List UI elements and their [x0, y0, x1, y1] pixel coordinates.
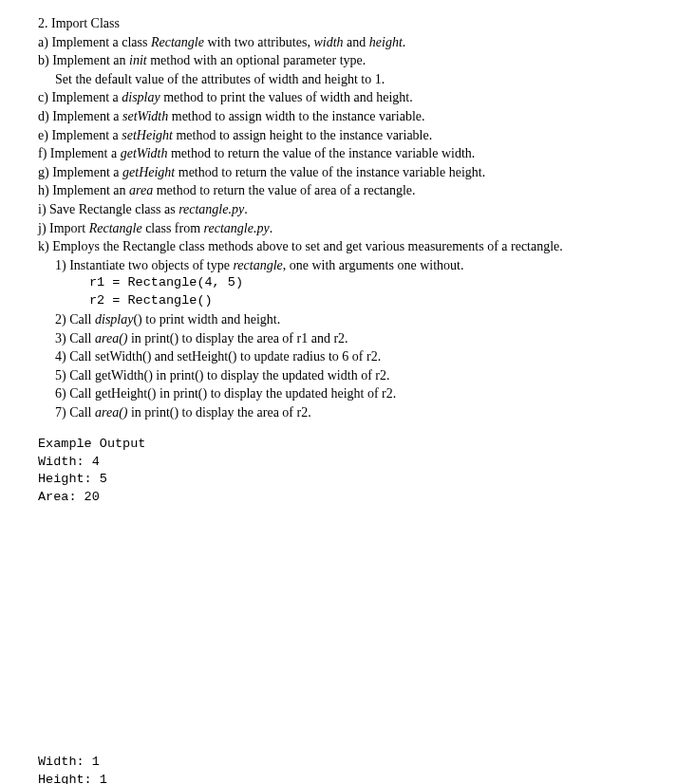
- text: method to assign height to the instance …: [173, 128, 432, 142]
- em: area(): [95, 331, 127, 345]
- em: display: [122, 90, 160, 104]
- item-a: a) Implement a class Rectangle with two …: [38, 33, 657, 52]
- item-c: c) Implement a display method to print t…: [38, 88, 657, 107]
- text: g) Implement a: [38, 165, 122, 179]
- text: , one with arguments one without.: [283, 258, 464, 272]
- text: c) Implement a: [38, 90, 122, 104]
- item-k2: 2) Call display() to print width and hei…: [38, 310, 657, 329]
- em: setHeight: [122, 128, 173, 142]
- text: in print() to display the area of r1 and…: [127, 331, 348, 345]
- text: 7) Call: [55, 405, 95, 420]
- item-b: b) Implement an init method with an opti…: [38, 51, 657, 70]
- text: j) Import: [38, 221, 89, 235]
- output-line: Height: 1: [38, 772, 657, 784]
- em: Rectangle: [89, 221, 142, 235]
- text: f) Implement a: [38, 146, 121, 160]
- code-line: r1 = Rectangle(4, 5): [38, 274, 657, 292]
- text: method with an optional parameter type.: [147, 53, 366, 67]
- em: rectangle.py: [204, 221, 270, 235]
- output-line: Area: 20: [38, 489, 657, 507]
- text: method to return the value of the instan…: [175, 165, 485, 179]
- item-k4: 4) Call setWidth() and setHeight() to up…: [38, 347, 657, 366]
- text: method to return the value of the instan…: [167, 146, 475, 160]
- item-k1: 1) Instantiate two objects of type recta…: [38, 256, 657, 275]
- output-line: Width: 1: [38, 754, 657, 772]
- em: area: [129, 183, 153, 197]
- em: init: [129, 53, 147, 67]
- em: Rectangle: [151, 35, 204, 49]
- em: rectangle: [233, 258, 282, 272]
- item-k7: 7) Call area() in print() to display the…: [38, 403, 657, 422]
- text: method to assign width to the instance v…: [168, 109, 424, 123]
- item-d: d) Implement a setWidth method to assign…: [38, 107, 657, 126]
- text: 3) Call: [55, 331, 95, 345]
- text: d) Implement a: [38, 109, 122, 123]
- example-output-heading: Example Output: [38, 436, 657, 454]
- item-e: e) Implement a setHeight method to assig…: [38, 126, 657, 145]
- text: () to print width and height.: [133, 312, 280, 327]
- item-i: i) Save Rectangle class as rectangle.py.: [38, 200, 657, 219]
- item-g: g) Implement a getHeight method to retur…: [38, 163, 657, 182]
- text: .: [270, 221, 273, 235]
- em: display: [95, 312, 133, 327]
- text: i) Save Rectangle class as: [38, 202, 178, 216]
- question-title: 2. Import Class: [38, 14, 657, 33]
- em: height: [369, 35, 403, 49]
- text: method to print the values of width and …: [160, 90, 413, 104]
- text: .: [403, 35, 406, 49]
- text: a) Implement a class: [38, 35, 151, 49]
- em: width: [313, 35, 343, 49]
- item-k6: 6) Call getHeight() in print() to displa…: [38, 384, 657, 403]
- item-f: f) Implement a getWidth method to return…: [38, 144, 657, 163]
- item-j: j) Import Rectangle class from rectangle…: [38, 219, 657, 238]
- text: and: [344, 35, 369, 49]
- output-line: Height: 5: [38, 471, 657, 489]
- text: with two attributes,: [204, 35, 314, 49]
- em: rectangle.py: [178, 202, 244, 216]
- text: method to return the value of area of a …: [153, 183, 415, 197]
- text: h) Implement an: [38, 183, 129, 197]
- item-h: h) Implement an area method to return th…: [38, 181, 657, 200]
- code-line: r2 = Rectangle(): [38, 292, 657, 310]
- em: getHeight: [122, 165, 175, 179]
- em: area(): [95, 405, 127, 420]
- text: e) Implement a: [38, 128, 122, 142]
- item-b-sub: Set the default value of the attributes …: [38, 70, 657, 89]
- em: setWidth: [122, 109, 168, 123]
- output-line: Width: 4: [38, 454, 657, 472]
- item-k: k) Employs the Rectangle class methods a…: [38, 237, 657, 256]
- text: .: [244, 202, 248, 216]
- text: class from: [142, 221, 204, 235]
- text: 1) Instantiate two objects of type: [55, 258, 233, 272]
- em: getWidth: [121, 146, 168, 160]
- item-k5: 5) Call getWidth() in print() to display…: [38, 366, 657, 385]
- text: 2) Call: [55, 312, 95, 327]
- text: b) Implement an: [38, 53, 129, 67]
- text: in print() to display the area of r2.: [127, 405, 310, 420]
- item-k3: 3) Call area() in print() to display the…: [38, 329, 657, 348]
